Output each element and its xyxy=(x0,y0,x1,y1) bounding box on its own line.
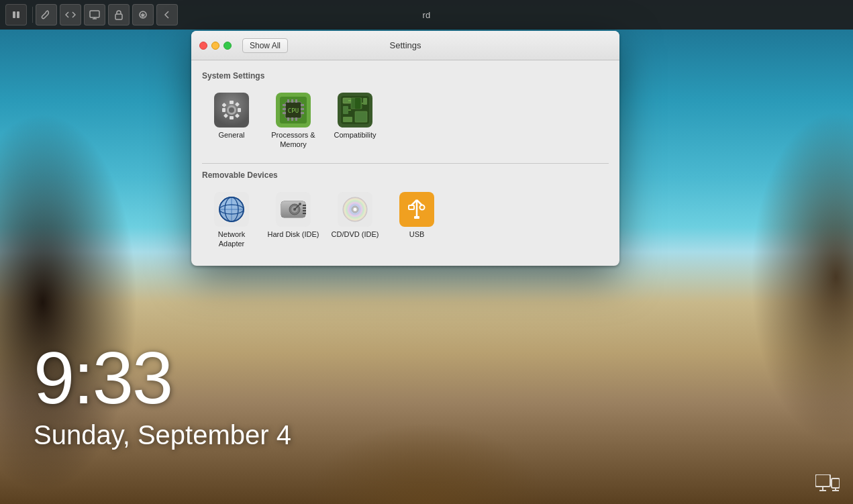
section-divider xyxy=(202,163,609,164)
svg-rect-31 xyxy=(301,104,304,106)
svg-rect-68 xyxy=(303,210,306,211)
removable-devices-grid: Network Adapter xyxy=(202,185,609,256)
svg-rect-25 xyxy=(287,117,289,121)
clock-date: Sunday, September 4 xyxy=(34,420,291,450)
monitor-button[interactable] xyxy=(84,4,105,26)
svg-point-74 xyxy=(354,207,357,211)
processors-memory-label: Processors &Memory xyxy=(271,130,315,150)
svg-point-54 xyxy=(220,198,243,221)
svg-rect-24 xyxy=(295,99,297,103)
svg-rect-33 xyxy=(301,112,304,114)
svg-rect-23 xyxy=(291,99,293,103)
cd-dvd-ide-label: CD/DVD (IDE) xyxy=(332,230,379,239)
svg-text:CPU: CPU xyxy=(288,107,299,114)
network-adapter-item[interactable]: Network Adapter xyxy=(202,188,261,253)
bluetooth-button[interactable]: ✱ xyxy=(132,4,154,26)
lock-button[interactable] xyxy=(108,4,130,26)
svg-rect-41 xyxy=(355,111,367,122)
window-content: System Settings xyxy=(191,60,619,266)
code-button[interactable] xyxy=(60,4,81,26)
svg-rect-11 xyxy=(230,101,234,104)
general-item[interactable]: General xyxy=(202,89,261,154)
svg-rect-84 xyxy=(832,478,840,488)
svg-rect-13 xyxy=(222,108,225,112)
show-all-button[interactable]: Show All xyxy=(242,38,288,53)
hard-disk-ide-icon xyxy=(276,192,311,227)
removable-devices-label: Removable Devices xyxy=(202,170,609,180)
usb-icon xyxy=(399,192,434,227)
clock-time: 9:33 xyxy=(34,341,291,415)
general-icon xyxy=(214,93,249,128)
svg-rect-14 xyxy=(238,108,241,112)
traffic-lights xyxy=(199,42,232,50)
svg-rect-0 xyxy=(13,11,15,18)
system-settings-grid: General xyxy=(202,86,609,156)
svg-rect-22 xyxy=(287,99,289,103)
svg-rect-69 xyxy=(303,213,306,214)
toolbar-separator xyxy=(32,7,33,23)
svg-point-10 xyxy=(229,107,234,113)
pause-button[interactable] xyxy=(5,4,27,26)
network-adapter-label: Network Adapter xyxy=(205,230,258,249)
svg-rect-43 xyxy=(363,98,367,105)
svg-rect-1 xyxy=(17,11,19,18)
svg-rect-2 xyxy=(90,11,99,17)
svg-rect-26 xyxy=(291,117,293,121)
compatibility-label: Compatibility xyxy=(334,130,377,140)
hard-disk-ide-label: Hard Disk (IDE) xyxy=(267,230,319,239)
bottom-right-icon xyxy=(815,474,840,496)
compatibility-icon xyxy=(338,93,372,128)
svg-point-65 xyxy=(299,203,301,205)
svg-rect-30 xyxy=(283,112,286,114)
processors-memory-icon: CPU xyxy=(276,93,311,128)
maximize-button[interactable] xyxy=(223,42,232,50)
taskbar-top: ✱ rd xyxy=(0,0,853,30)
svg-text:✱: ✱ xyxy=(140,12,146,19)
svg-rect-32 xyxy=(301,108,304,110)
usb-item[interactable]: USB xyxy=(387,188,446,253)
hard-disk-ide-item[interactable]: Hard Disk (IDE) xyxy=(264,188,323,253)
svg-rect-83 xyxy=(815,474,830,487)
svg-rect-38 xyxy=(343,106,348,114)
cd-dvd-ide-item[interactable]: CD/DVD (IDE) xyxy=(325,188,385,253)
cd-dvd-ide-icon xyxy=(338,192,372,227)
arrow-button[interactable] xyxy=(156,4,178,26)
svg-rect-42 xyxy=(355,98,360,109)
svg-rect-82 xyxy=(414,216,419,219)
system-settings-label: System Settings xyxy=(202,71,609,81)
window-titlebar: Show All Settings xyxy=(191,31,619,60)
network-adapter-icon xyxy=(214,192,249,227)
clock-area: 9:33 Sunday, September 4 xyxy=(34,341,291,450)
svg-rect-12 xyxy=(230,116,234,119)
processors-memory-item[interactable]: CPU Processors &Memory xyxy=(264,89,323,154)
svg-rect-67 xyxy=(303,207,306,209)
svg-rect-40 xyxy=(343,117,352,122)
svg-rect-66 xyxy=(303,205,306,206)
wrench-button[interactable] xyxy=(36,4,57,26)
general-label: General xyxy=(218,130,244,140)
svg-rect-28 xyxy=(283,104,286,106)
settings-window: Show All Settings System Settings xyxy=(191,31,619,266)
window-title: Settings xyxy=(390,40,421,50)
svg-rect-5 xyxy=(115,14,122,19)
compatibility-item[interactable]: Compatibility xyxy=(325,89,385,154)
svg-rect-27 xyxy=(295,117,297,121)
close-button[interactable] xyxy=(199,42,207,50)
usb-label: USB xyxy=(409,230,425,239)
taskbar-title: rd xyxy=(422,10,430,20)
svg-rect-29 xyxy=(283,108,286,110)
minimize-button[interactable] xyxy=(211,42,219,50)
